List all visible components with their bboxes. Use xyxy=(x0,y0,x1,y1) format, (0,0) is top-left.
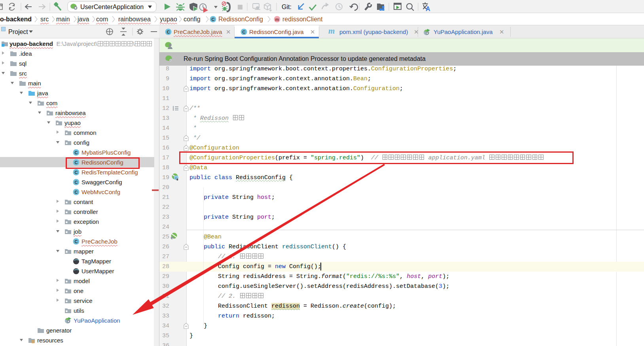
svg-text:C: C xyxy=(167,30,170,34)
svg-text:C: C xyxy=(75,150,78,155)
svg-text:C: C xyxy=(212,17,215,22)
svg-text:C: C xyxy=(242,30,246,34)
svg-text:C: C xyxy=(75,190,78,195)
svg-text:C: C xyxy=(75,170,78,175)
svg-text:C: C xyxy=(75,180,78,185)
svg-text:m: m xyxy=(275,17,279,22)
svg-text:UserCenterApplication: UserCenterApplication xyxy=(80,4,144,10)
svg-text:Git:: Git: xyxy=(282,4,292,10)
svg-text:A: A xyxy=(426,6,430,12)
svg-text:C: C xyxy=(75,239,78,244)
